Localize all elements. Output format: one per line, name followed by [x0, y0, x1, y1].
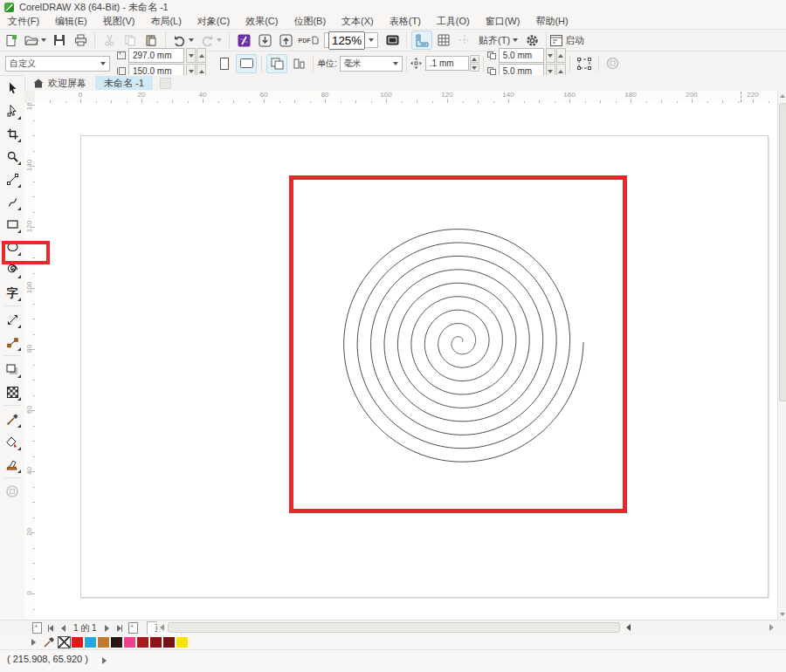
spiral-shape[interactable]	[35, 103, 777, 620]
redo-button[interactable]	[198, 31, 224, 49]
scroll-left-arrow[interactable]	[157, 623, 166, 631]
outline-pen-tool[interactable]	[2, 481, 23, 502]
color-swatch-maroon[interactable]	[162, 636, 176, 648]
drop-shadow-tool[interactable]	[2, 359, 23, 380]
color-swatch-magenta-pink[interactable]	[123, 636, 136, 648]
color-swatch-yellow[interactable]	[176, 636, 189, 648]
export-button[interactable]	[276, 31, 295, 49]
zoom-dropdown-icon[interactable]	[369, 38, 374, 42]
color-swatch-dark-brown[interactable]	[110, 636, 123, 648]
page-size-dropdown-icon[interactable]	[100, 62, 106, 65]
text-tool[interactable]: 字	[2, 282, 23, 303]
tab-welcome-screen[interactable]: 欢迎屏幕	[24, 76, 95, 90]
snap-dropdown-icon[interactable]	[513, 38, 518, 42]
last-page-button[interactable]	[114, 622, 126, 634]
units-dropdown-icon[interactable]	[393, 62, 398, 65]
current-page-size-button[interactable]	[289, 55, 308, 72]
redo-dropdown-icon[interactable]	[217, 38, 222, 42]
pick-tool[interactable]	[2, 78, 23, 99]
menu-item-7[interactable]: 文本(X)	[334, 14, 382, 29]
color-swatch-no-color[interactable]	[58, 636, 71, 648]
import-button[interactable]	[255, 31, 274, 49]
menu-item-3[interactable]: 布局(L)	[142, 14, 189, 29]
menu-item-1[interactable]: 编辑(E)	[47, 14, 95, 29]
menu-item-4[interactable]: 对象(C)	[190, 14, 238, 29]
vertical-scrollbar[interactable]	[777, 91, 786, 620]
zoom-level-combo[interactable]	[324, 32, 378, 48]
tab-document-untitled[interactable]: 未命名 -1	[95, 76, 153, 90]
duplicate-x-field[interactable]	[501, 50, 541, 61]
cut-button[interactable]	[100, 31, 119, 49]
status-bar-menu-arrow[interactable]	[99, 655, 110, 666]
menu-item-2[interactable]: 视图(V)	[95, 14, 143, 29]
color-swatch-cyan-blue[interactable]	[84, 636, 97, 648]
open-button[interactable]	[22, 31, 48, 49]
print-button[interactable]	[71, 31, 90, 49]
publish-pdf-button[interactable]: PDF	[297, 31, 320, 49]
menu-item-10[interactable]: 窗口(W)	[478, 14, 528, 29]
scroll-right-arrow[interactable]	[767, 623, 776, 631]
dup-x-up[interactable]	[556, 48, 566, 63]
palette-expand-arrow[interactable]	[28, 636, 39, 648]
new-tab-button[interactable]	[160, 78, 171, 89]
dimension-tool[interactable]	[2, 309, 23, 330]
color-eyedropper-tool[interactable]	[2, 408, 23, 429]
nudge-up[interactable]	[470, 55, 479, 63]
portrait-button[interactable]	[215, 55, 234, 72]
smart-drawing-tool[interactable]	[2, 191, 23, 212]
landscape-button[interactable]	[236, 54, 257, 73]
show-rulers-button[interactable]	[411, 31, 432, 50]
smart-fill-tool[interactable]	[2, 454, 23, 475]
page-width-field[interactable]	[131, 50, 182, 61]
open-dropdown-icon[interactable]	[41, 38, 46, 42]
color-swatch-dark-red[interactable]	[136, 636, 149, 648]
show-guidelines-button[interactable]	[455, 31, 474, 49]
color-swatch-red[interactable]	[71, 636, 84, 648]
next-page-button[interactable]	[101, 622, 113, 634]
color-swatch-ochre[interactable]	[97, 636, 110, 648]
menu-item-8[interactable]: 表格(T)	[382, 14, 429, 29]
menu-item-0[interactable]: 文件(F)	[0, 14, 47, 29]
previous-page-button[interactable]	[58, 622, 69, 634]
add-page-before-button[interactable]	[31, 622, 43, 634]
menu-item-11[interactable]: 帮助(H)	[527, 14, 576, 29]
shape-tool[interactable]	[2, 100, 23, 121]
menu-item-9[interactable]: 工具(O)	[429, 14, 478, 29]
drawing-canvas[interactable]	[35, 103, 777, 620]
units-combo[interactable]: 毫米	[340, 56, 403, 72]
undo-dropdown-icon[interactable]	[189, 38, 194, 42]
paste-button[interactable]	[141, 31, 161, 49]
launch-button[interactable]: 启动	[550, 34, 584, 47]
show-grid-button[interactable]	[434, 31, 453, 49]
zoom-level-input[interactable]	[328, 31, 365, 50]
copy-button[interactable]	[121, 31, 140, 49]
scroll-up-arrow[interactable]	[779, 92, 786, 100]
page-size-preset-combo[interactable]: 自定义	[5, 56, 110, 72]
wireframe-options-button[interactable]	[603, 55, 623, 72]
save-button[interactable]	[50, 31, 69, 49]
transparency-tool[interactable]	[2, 381, 23, 402]
crop-tool[interactable]	[2, 123, 23, 144]
scroll-down-arrow[interactable]	[779, 610, 786, 619]
nudge-distance-field[interactable]	[428, 58, 466, 69]
horizontal-ruler[interactable]: 020406080100120140160180200220	[35, 91, 777, 104]
freehand-tool[interactable]	[2, 168, 23, 189]
fullscreen-preview-button[interactable]	[383, 31, 402, 49]
options-button[interactable]	[522, 31, 541, 49]
snap-to-dropdown[interactable]: 贴齐(T)	[479, 34, 518, 47]
zoom-tool[interactable]	[2, 146, 23, 167]
horizontal-scroll-thumb[interactable]	[168, 622, 620, 633]
page-width-down[interactable]	[186, 48, 196, 63]
vertical-scroll-thumb[interactable]	[779, 103, 786, 401]
interactive-fill-tool[interactable]	[2, 431, 23, 452]
menu-item-6[interactable]: 位图(B)	[286, 14, 334, 29]
menu-item-5[interactable]: 效果(C)	[238, 14, 286, 29]
rectangle-tool[interactable]	[2, 214, 23, 235]
add-page-after-button[interactable]	[128, 622, 139, 634]
first-page-button[interactable]	[45, 622, 56, 634]
all-pages-size-button[interactable]	[266, 54, 287, 73]
dup-x-down[interactable]	[546, 48, 555, 63]
connector-tool[interactable]	[2, 332, 23, 353]
color-swatch-brick-red[interactable]	[149, 636, 162, 648]
treat-as-filled-button[interactable]	[575, 55, 594, 72]
